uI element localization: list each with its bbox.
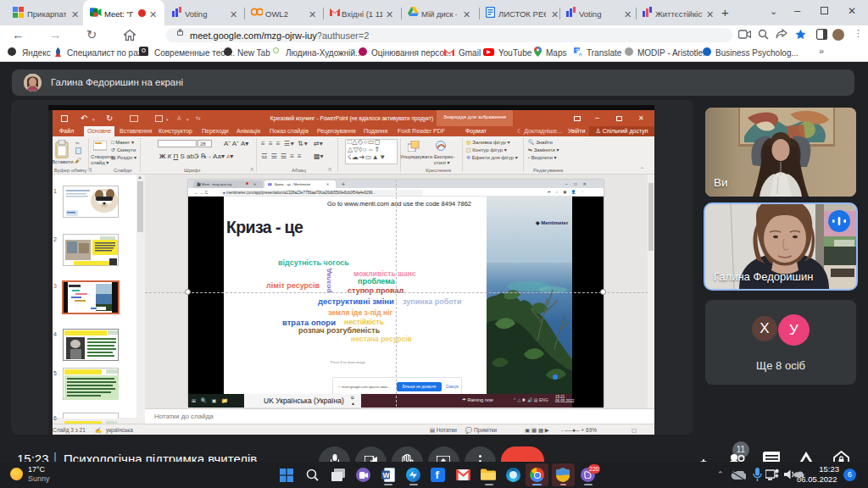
svg-text:A: A — [579, 52, 582, 57]
svg-text:W: W — [383, 471, 391, 480]
svg-text:◆ Mentimeter: ◆ Mentimeter — [535, 220, 569, 225]
